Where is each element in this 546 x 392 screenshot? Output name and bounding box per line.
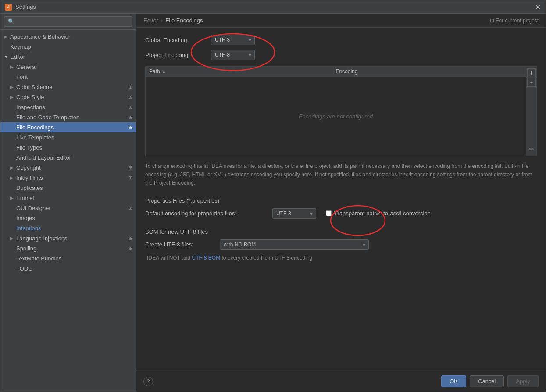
search-input[interactable] bbox=[4, 16, 132, 27]
sidebar-item-live-templates[interactable]: ▶ Live Templates bbox=[0, 132, 136, 143]
settings-icon: ⊞ bbox=[128, 205, 132, 211]
table-header: Path ▲ Encoding bbox=[146, 67, 526, 77]
sidebar-item-label: Appearance & Behavior bbox=[10, 33, 70, 40]
table-body: Encodings are not configured bbox=[146, 77, 526, 156]
breadcrumb-current: File Encodings bbox=[165, 17, 203, 24]
sidebar-item-general[interactable]: ▶ General bbox=[0, 62, 136, 72]
close-button[interactable]: ✕ bbox=[535, 4, 541, 10]
encoding-table-outer: Path ▲ Encoding Encodings are not config… bbox=[145, 66, 537, 156]
arrow-icon: ▼ bbox=[4, 54, 8, 59]
breadcrumb-separator: › bbox=[161, 17, 163, 24]
ok-button[interactable]: OK bbox=[441, 375, 466, 387]
sidebar-item-todo[interactable]: ▶ TODO bbox=[0, 264, 136, 274]
edit-icon[interactable]: ✏ bbox=[528, 144, 535, 154]
settings-icon: ⊞ bbox=[128, 104, 132, 110]
sidebar-item-label: Intentions bbox=[16, 225, 41, 232]
default-encoding-row: Default encoding for properties files: U… bbox=[145, 208, 537, 219]
settings-icon: ⊞ bbox=[128, 94, 132, 100]
global-encoding-select[interactable]: UTF-8 UTF-16 ISO-8859-1 bbox=[211, 35, 255, 45]
encoding-header: Encoding bbox=[336, 68, 523, 75]
remove-button[interactable]: − bbox=[527, 78, 536, 87]
project-badge-text: ⊡ For current project bbox=[490, 18, 539, 24]
breadcrumb-bar: Editor › File Encodings ⊡ For current pr… bbox=[136, 14, 546, 28]
sidebar-item-keymap[interactable]: ▶ Keymap bbox=[0, 42, 136, 52]
sidebar-item-label: TextMate Bundles bbox=[16, 255, 61, 262]
sidebar-item-label: File Encodings bbox=[16, 124, 54, 131]
search-box bbox=[0, 14, 136, 30]
sidebar-item-label: Inspections bbox=[16, 104, 45, 110]
path-header: Path ▲ bbox=[149, 68, 336, 75]
idea-note-prefix: IDEA will NOT add bbox=[147, 255, 192, 261]
help-icon[interactable]: ? bbox=[143, 377, 153, 386]
sidebar-item-appearance[interactable]: ▶ Appearance & Behavior bbox=[0, 32, 136, 42]
transparent-checkbox-label: Transparent native-to-ascii conversion bbox=[326, 210, 431, 217]
sidebar-item-code-style[interactable]: ▶ Code Style ⊞ bbox=[0, 92, 136, 102]
sidebar-item-inlay-hints[interactable]: ▶ Inlay Hints ⊞ bbox=[0, 173, 136, 183]
project-encoding-select[interactable]: UTF-8 UTF-16 ISO-8859-1 bbox=[211, 50, 255, 60]
sidebar-item-label: Editor bbox=[10, 53, 25, 60]
help-icon-wrapper: ? bbox=[143, 377, 153, 386]
sidebar-item-images[interactable]: ▶ Images bbox=[0, 213, 136, 223]
settings-icon: ⊞ bbox=[128, 235, 132, 241]
sort-asc-icon: ▲ bbox=[162, 69, 166, 74]
bom-select[interactable]: with NO BOM with BOM with BOM if needed bbox=[220, 239, 369, 250]
project-badge: ⊡ For current project bbox=[490, 18, 539, 24]
settings-icon: ⊞ bbox=[128, 84, 132, 90]
bom-form: Create UTF-8 files: with NO BOM with BOM… bbox=[145, 239, 537, 261]
titlebar: J Settings ✕ bbox=[0, 0, 546, 14]
sidebar-item-file-encodings[interactable]: ▶ File Encodings ⊞ bbox=[0, 122, 136, 132]
project-encoding-select-wrapper: UTF-8 UTF-16 ISO-8859-1 ▼ bbox=[211, 50, 255, 60]
default-encoding-label: Default encoding for properties files: bbox=[145, 210, 268, 217]
bom-select-wrapper: with NO BOM with BOM with BOM if needed … bbox=[220, 239, 369, 250]
sidebar-item-duplicates[interactable]: ▶ Duplicates bbox=[0, 183, 136, 193]
settings-content: Global Encoding: UTF-8 UTF-16 ISO-8859-1… bbox=[136, 28, 546, 371]
sidebar-item-textmate-bundles[interactable]: ▶ TextMate Bundles bbox=[0, 253, 136, 264]
arrow-icon: ▶ bbox=[10, 95, 14, 100]
encoding-table-main: Path ▲ Encoding Encodings are not config… bbox=[146, 67, 526, 156]
sidebar-item-label: TODO bbox=[16, 265, 32, 272]
breadcrumb-parent: Editor bbox=[143, 17, 158, 24]
idea-note: IDEA will NOT add UTF-8 BOM to every cre… bbox=[145, 254, 537, 261]
add-button[interactable]: + bbox=[527, 68, 536, 77]
properties-form: Default encoding for properties files: U… bbox=[145, 208, 537, 219]
arrow-icon: ▶ bbox=[10, 236, 14, 241]
global-encoding-select-wrapper: UTF-8 UTF-16 ISO-8859-1 ▼ bbox=[211, 35, 255, 45]
sidebar-item-spelling[interactable]: ▶ Spelling ⊞ bbox=[0, 243, 136, 253]
sidebar-item-emmet[interactable]: ▶ Emmet bbox=[0, 193, 136, 203]
sidebar-item-label: Emmet bbox=[16, 195, 34, 201]
sidebar-item-label: Keymap bbox=[10, 43, 31, 50]
settings-icon: ⊞ bbox=[128, 114, 132, 120]
sidebar-item-intentions[interactable]: ▶ Intentions bbox=[0, 223, 136, 233]
table-empty-text: Encodings are not configured bbox=[299, 113, 373, 120]
transparent-checkbox[interactable] bbox=[326, 210, 332, 216]
sidebar-item-label: File Types bbox=[16, 144, 42, 151]
sidebar-item-label: Live Templates bbox=[16, 134, 54, 141]
create-utf8-row: Create UTF-8 files: with NO BOM with BOM… bbox=[145, 239, 537, 250]
sidebar-item-label: Inlay Hints bbox=[16, 175, 43, 181]
sidebar-item-font[interactable]: ▶ Font bbox=[0, 72, 136, 82]
arrow-icon: ▶ bbox=[4, 34, 8, 39]
arrow-icon: ▶ bbox=[10, 64, 14, 69]
global-encoding-label: Global Encoding: bbox=[145, 37, 207, 43]
sidebar-item-label: Spelling bbox=[16, 245, 36, 252]
sidebar-item-gui-designer[interactable]: ▶ GUI Designer ⊞ bbox=[0, 203, 136, 213]
cancel-button[interactable]: Cancel bbox=[470, 375, 504, 387]
sidebar-item-language-injections[interactable]: ▶ Language Injections ⊞ bbox=[0, 233, 136, 243]
settings-icon: ⊞ bbox=[128, 246, 132, 251]
sidebar-item-file-types[interactable]: ▶ File Types bbox=[0, 143, 136, 153]
main-panel: Editor › File Encodings ⊡ For current pr… bbox=[136, 14, 546, 392]
path-header-text: Path bbox=[149, 68, 160, 75]
sidebar-item-color-scheme[interactable]: ▶ Color Scheme ⊞ bbox=[0, 82, 136, 92]
sidebar-item-file-code-templates[interactable]: ▶ File and Code Templates ⊞ bbox=[0, 112, 136, 122]
sidebar-item-label: Android Layout Editor bbox=[16, 154, 71, 161]
info-text: To change encoding IntelliJ IDEA uses fo… bbox=[145, 162, 537, 188]
sidebar-item-label: GUI Designer bbox=[16, 205, 51, 211]
sidebar-item-android-layout-editor[interactable]: ▶ Android Layout Editor bbox=[0, 153, 136, 163]
default-encoding-select[interactable]: UTF-8 UTF-16 ISO-8859-1 bbox=[272, 208, 316, 219]
sidebar-item-editor[interactable]: ▼ Editor bbox=[0, 52, 136, 62]
sidebar-item-inspections[interactable]: ▶ Inspections ⊞ bbox=[0, 102, 136, 112]
transparent-label-text: Transparent native-to-ascii conversion bbox=[334, 210, 431, 217]
apply-button[interactable]: Apply bbox=[507, 375, 539, 387]
sidebar-item-label: General bbox=[16, 64, 36, 70]
sidebar-item-copyright[interactable]: ▶ Copyright ⊞ bbox=[0, 163, 136, 173]
